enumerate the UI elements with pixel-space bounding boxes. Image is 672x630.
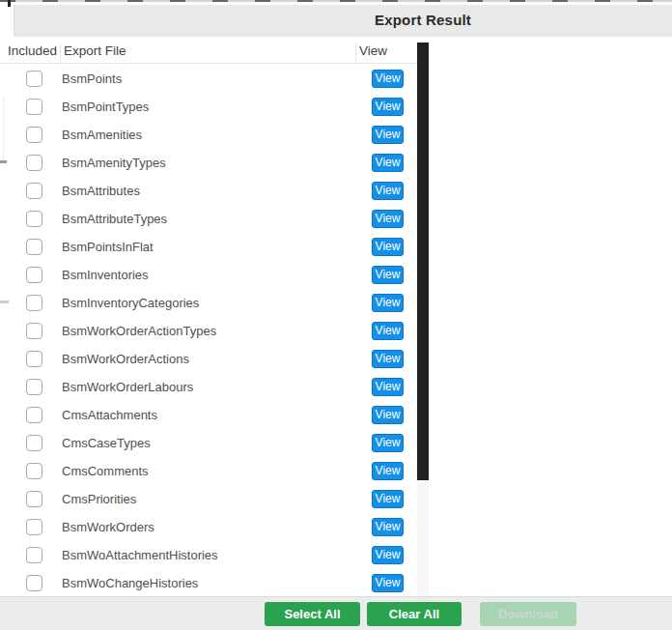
table-row: BsmAmenities View — [0, 121, 417, 149]
included-checkbox[interactable] — [26, 155, 42, 171]
view-button[interactable]: View — [372, 266, 404, 284]
export-file-name: CmsAttachments — [62, 408, 157, 422]
included-checkbox[interactable] — [26, 211, 42, 227]
view-button[interactable]: View — [372, 126, 404, 144]
column-separator — [60, 43, 61, 63]
included-checkbox[interactable] — [26, 407, 42, 423]
export-file-name: BsmWoChangeHistories — [62, 576, 198, 590]
column-header-view: View — [359, 43, 387, 58]
table-row: CmsAttachments View — [0, 401, 417, 429]
scrollbar-thumb[interactable] — [417, 43, 429, 480]
export-file-name: CmsCaseTypes — [62, 436, 151, 450]
column-header-included: Included — [8, 43, 57, 58]
view-button[interactable]: View — [372, 406, 404, 424]
export-file-name: BsmInventoryCategories — [62, 296, 199, 310]
export-file-name: BsmInventories — [62, 268, 149, 282]
view-button[interactable]: View — [372, 154, 404, 172]
window-corner-artifact — [8, 0, 11, 7]
table-row: BsmInventoryCategories View — [0, 289, 417, 317]
table-row: BsmPointsInFlat View — [0, 233, 417, 261]
included-checkbox[interactable] — [26, 379, 42, 395]
table-row: BsmPoints View — [0, 65, 417, 93]
included-checkbox[interactable] — [26, 99, 42, 115]
view-button[interactable]: View — [372, 518, 404, 536]
export-file-name: BsmWorkOrderActionTypes — [62, 324, 216, 338]
table-row: BsmWorkOrderActionTypes View — [0, 317, 417, 345]
view-button[interactable]: View — [372, 434, 404, 452]
view-button[interactable]: View — [372, 546, 404, 564]
export-file-name: BsmPointsInFlat — [62, 240, 154, 254]
included-checkbox[interactable] — [26, 71, 42, 87]
included-checkbox[interactable] — [26, 491, 42, 507]
dialog-titlebar: Export Result — [14, 5, 672, 37]
scrollbar-track[interactable] — [417, 43, 429, 596]
table-row: BsmAttributes View — [0, 177, 417, 205]
view-button[interactable]: View — [372, 238, 404, 256]
view-button[interactable]: View — [372, 210, 404, 228]
export-file-name: BsmPoints — [62, 72, 122, 86]
included-checkbox[interactable] — [26, 183, 42, 199]
included-checkbox[interactable] — [26, 267, 42, 283]
export-file-name: BsmWorkOrders — [62, 520, 154, 534]
view-button[interactable]: View — [372, 98, 404, 116]
table-row: BsmAmenityTypes View — [0, 149, 417, 177]
table-row: BsmWoChangeHistories View — [0, 569, 417, 597]
view-button[interactable]: View — [372, 350, 404, 368]
included-checkbox[interactable] — [26, 351, 42, 367]
export-file-name: BsmAmenityTypes — [62, 156, 166, 170]
view-button[interactable]: View — [372, 490, 404, 508]
view-button[interactable]: View — [372, 378, 404, 396]
included-checkbox[interactable] — [26, 463, 42, 479]
table-row: BsmInventories View — [0, 261, 417, 289]
table-row: BsmPointTypes View — [0, 93, 417, 121]
export-file-list: BsmPoints View BsmPointTypes View BsmAme… — [0, 65, 417, 598]
included-checkbox[interactable] — [26, 547, 42, 563]
included-checkbox[interactable] — [26, 323, 42, 339]
export-file-name: BsmAttributes — [62, 184, 140, 198]
view-button[interactable]: View — [372, 322, 404, 340]
export-result-dialog: Export Result Included Export File View … — [0, 0, 672, 630]
export-file-name: BsmWorkOrderActions — [62, 352, 189, 366]
view-button[interactable]: View — [372, 294, 404, 312]
view-button[interactable]: View — [372, 462, 404, 480]
dialog-footer: Select All Clear All Download — [0, 596, 672, 630]
column-header-export-file: Export File — [64, 43, 126, 58]
included-checkbox[interactable] — [26, 295, 42, 311]
export-file-name: BsmAmenities — [62, 128, 142, 142]
included-checkbox[interactable] — [26, 127, 42, 143]
included-checkbox[interactable] — [26, 435, 42, 451]
table-row: BsmWorkOrderLabours View — [0, 373, 417, 401]
export-file-name: BsmPointTypes — [62, 100, 149, 114]
export-file-name: BsmAttributeTypes — [62, 212, 167, 226]
select-all-button[interactable]: Select All — [265, 602, 360, 626]
table-row: BsmWorkOrders View — [0, 513, 417, 541]
view-button[interactable]: View — [372, 182, 404, 200]
export-file-name: CmsComments — [62, 464, 149, 478]
table-header: Included Export File View — [0, 43, 417, 64]
table-row: BsmAttributeTypes View — [0, 205, 417, 233]
included-checkbox[interactable] — [26, 519, 42, 535]
included-checkbox[interactable] — [26, 575, 42, 591]
table-row: BsmWorkOrderActions View — [0, 345, 417, 373]
window-top-edge-artifact — [0, 0, 672, 2]
export-file-name: BsmWorkOrderLabours — [62, 380, 193, 394]
column-separator — [355, 43, 356, 63]
table-row: CmsCaseTypes View — [0, 429, 417, 457]
table-row: BsmWoAttachmentHistories View — [0, 541, 417, 569]
export-file-name: BsmWoAttachmentHistories — [62, 548, 218, 562]
table-row: CmsComments View — [0, 457, 417, 485]
view-button[interactable]: View — [372, 70, 404, 88]
table-row: CmsPriorities View — [0, 485, 417, 513]
export-file-name: CmsPriorities — [62, 492, 136, 506]
dialog-title: Export Result — [375, 12, 471, 28]
view-button[interactable]: View — [372, 574, 404, 592]
included-checkbox[interactable] — [26, 239, 42, 255]
clear-all-button[interactable]: Clear All — [367, 602, 462, 626]
download-button[interactable]: Download — [480, 602, 576, 626]
